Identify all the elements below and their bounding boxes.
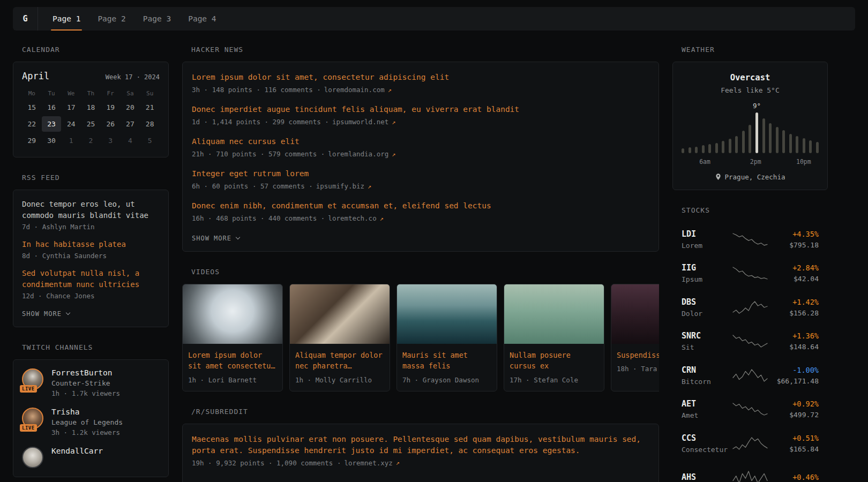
calendar-day[interactable]: 5: [140, 133, 160, 148]
calendar-day[interactable]: 24: [61, 116, 81, 132]
weather-time-label: 6am: [699, 158, 710, 165]
calendar-day[interactable]: 20: [121, 100, 140, 115]
video-title[interactable]: Lorem ipsum dolor sit amet consectetu…: [188, 350, 277, 372]
calendar-month: April: [22, 71, 49, 81]
hn-item-title[interactable]: Lorem ipsum dolor sit amet, consectetur …: [192, 72, 649, 83]
subreddit-widget: /r/subreddit Maecenas mollis pulvinar er…: [182, 408, 659, 482]
twitch-channel[interactable]: LIVE Trisha League of Legends 3h · 1.2k …: [22, 408, 160, 436]
channel-name[interactable]: ForrestBurton: [51, 368, 120, 377]
tab-page-3[interactable]: Page 3: [141, 7, 173, 31]
subreddit-box: Maecenas mollis pulvinar erat non posuer…: [182, 424, 659, 482]
channel-name[interactable]: Trisha: [51, 408, 123, 416]
subreddit-post-domain[interactable]: loremnet.xyz: [344, 459, 392, 467]
weather-bar: [776, 127, 779, 153]
stock-row[interactable]: LDI Lorem +4.35% $795.18: [682, 222, 819, 257]
video-title[interactable]: Nullam posuere cursus ex: [510, 350, 598, 372]
hn-item-title[interactable]: Aliquam nec cursus elit: [192, 136, 649, 147]
video-card[interactable]: Nullam posuere cursus ex 17h · Stefan Co…: [504, 284, 604, 391]
stock-values: +4.35% $795.18: [767, 230, 819, 249]
weather-bar: [816, 142, 819, 153]
avatar: [22, 447, 43, 468]
rss-item-title[interactable]: Donec tempor eros leo, ut commodo mauris…: [22, 199, 160, 221]
video-card[interactable]: Aliquam tempor dolor nec pharetra… 1h · …: [289, 284, 390, 391]
calendar-day[interactable]: 16: [42, 100, 62, 115]
calendar-day[interactable]: 23: [42, 116, 62, 132]
video-meta: 18h · Tara: [617, 365, 659, 373]
rss-item-title[interactable]: Sed volutpat nulla nisl, a condimentum n…: [22, 268, 160, 290]
calendar-day[interactable]: 4: [121, 133, 140, 148]
hn-meta-text: 21h · 710 points · 579 comments ·: [192, 150, 325, 158]
stock-row[interactable]: DBS Dolor +1.42% $156.28: [682, 290, 819, 325]
subreddit-post-title[interactable]: Maecenas mollis pulvinar erat non posuer…: [192, 434, 649, 456]
stock-symbol: LDI: [682, 229, 733, 239]
stock-change: -1.00%: [767, 366, 819, 374]
video-title[interactable]: Mauris sit amet massa felis: [402, 350, 491, 372]
calendar-day[interactable]: 22: [22, 116, 42, 132]
video-title[interactable]: Aliquam tempor dolor nec pharetra…: [295, 350, 384, 372]
stock-row[interactable]: CCS Consectetur +0.51% $165.84: [682, 426, 819, 461]
tab-page-1[interactable]: Page 1: [51, 7, 82, 31]
calendar-day[interactable]: 25: [81, 116, 101, 132]
rss-show-more-button[interactable]: SHOW MORE: [22, 310, 70, 318]
weather-bar: [729, 139, 731, 153]
center-column: Hacker News Lorem ipsum dolor sit amet, …: [182, 46, 659, 482]
twitch-channel[interactable]: KendallCarr: [22, 447, 160, 468]
external-link-icon: ↗: [392, 150, 395, 158]
video-title[interactable]: Suspendisse diam: [617, 350, 659, 360]
twitch-channel[interactable]: LIVE ForrestBurton Counter-Strike 1h · 1…: [22, 368, 160, 397]
hn-item-title[interactable]: Donec imperdiet augue tincidunt felis al…: [192, 104, 649, 115]
rss-item-title[interactable]: In hac habitasse platea: [22, 239, 160, 250]
stock-row[interactable]: IIG Ipsum +2.84% $42.04: [682, 257, 819, 291]
weather-bar: [769, 123, 772, 153]
calendar-day[interactable]: 19: [101, 100, 121, 115]
hn-item-domain[interactable]: loremlandia.org: [328, 150, 388, 158]
stock-row[interactable]: SNRC Sit +1.36% $148.64: [682, 325, 819, 359]
stock-row[interactable]: AHS +0.46%: [682, 461, 819, 482]
external-link-icon: ↗: [396, 459, 400, 466]
weekday-label: We: [61, 90, 81, 97]
channel-name[interactable]: KendallCarr: [51, 447, 103, 455]
hn-item-meta: 21h · 710 points · 579 comments · loreml…: [192, 150, 649, 158]
hn-item-domain[interactable]: ipsumify.biz: [316, 182, 364, 190]
calendar-day[interactable]: 17: [61, 100, 81, 115]
stock-row[interactable]: CRN Bitcorn -1.00% $66,171.48: [682, 358, 819, 393]
hn-item-domain[interactable]: ipsumworld.net: [332, 118, 388, 126]
external-link-icon: ↗: [392, 118, 395, 126]
calendar-day[interactable]: 2: [81, 133, 101, 148]
weather-bar: [762, 118, 765, 153]
tab-page-2[interactable]: Page 2: [96, 7, 127, 31]
hn-item-domain[interactable]: loremdomain.com: [324, 86, 385, 94]
section-title-weather: Weather: [682, 46, 828, 54]
live-badge: LIVE: [20, 385, 37, 393]
calendar-day[interactable]: 18: [81, 100, 101, 115]
video-card[interactable]: Lorem ipsum dolor sit amet consectetu… 1…: [182, 284, 283, 391]
calendar-day[interactable]: 28: [140, 116, 160, 132]
calendar-day[interactable]: 26: [101, 116, 121, 132]
hn-item-title[interactable]: Donec enim nibh, condimentum et accumsan…: [192, 200, 649, 212]
video-thumbnail: [504, 284, 604, 344]
calendar-day[interactable]: 3: [101, 133, 121, 148]
external-link-icon: ↗: [388, 86, 392, 94]
hn-show-more-button[interactable]: SHOW MORE: [192, 235, 240, 242]
hn-item-domain[interactable]: loremtech.co: [328, 214, 376, 222]
calendar-day[interactable]: 21: [140, 100, 160, 115]
calendar-day[interactable]: 15: [22, 100, 42, 115]
weather-bar: [682, 148, 684, 153]
hn-item-title[interactable]: Integer eget rutrum lorem: [192, 168, 649, 179]
calendar-day[interactable]: 29: [22, 133, 42, 148]
calendar-day[interactable]: 1: [61, 133, 81, 148]
calendar-day[interactable]: 30: [42, 133, 62, 148]
weather-bar: [803, 138, 805, 153]
channel-avatar-image: [22, 447, 43, 468]
app-logo[interactable]: G: [13, 7, 38, 31]
weather-feels-like: Feels like 5°C: [682, 86, 819, 94]
calendar-day[interactable]: 27: [121, 116, 140, 132]
video-card[interactable]: Mauris sit amet massa felis 7h · Grayson…: [396, 284, 497, 391]
stock-name: Ipsum: [682, 275, 733, 283]
hn-item-meta: 3h · 148 points · 116 comments · loremdo…: [192, 86, 649, 94]
video-card[interactable]: Suspendisse diam 18h · Tara: [611, 284, 659, 391]
stock-row[interactable]: AET Amet +0.92% $499.72: [682, 393, 819, 427]
tab-page-4[interactable]: Page 4: [186, 7, 218, 31]
hacker-news-widget: Hacker News Lorem ipsum dolor sit amet, …: [182, 46, 659, 252]
video-body: Lorem ipsum dolor sit amet consectetu… 1…: [183, 344, 282, 391]
